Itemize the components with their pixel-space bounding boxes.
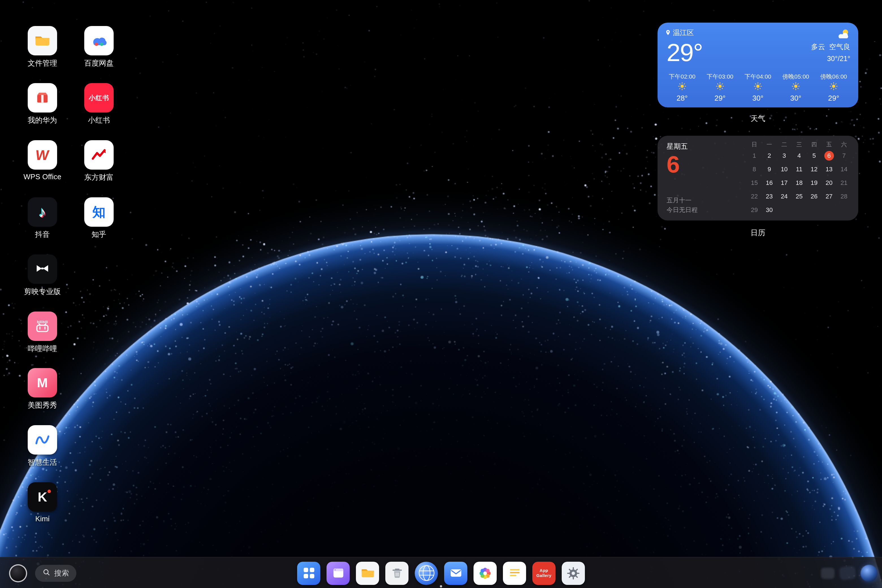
ai-life-icon [28,425,57,454]
search-label: 搜索 [54,568,69,578]
calendar-date: 17 [781,179,788,186]
desktop-app-baidu-netdisk[interactable]: 百度网盘 [69,26,128,68]
calendar-date: 26 [811,193,818,200]
forecast-time: 下午03:00 [707,73,734,81]
assistant-icon [9,564,27,582]
dock-icon-appgallery[interactable]: AppGallery [532,561,555,585]
weather-current-temp: 29° [667,39,702,67]
app-label: 剪映专业版 [24,286,61,297]
forecast-time: 下午04:00 [745,73,771,81]
search-icon [42,568,50,578]
sun-icon [716,82,724,93]
dock-icon-gallery[interactable] [474,561,497,585]
weather-summary: 多云空气良 30°/21° [811,41,850,65]
dock-icon-trash[interactable] [385,561,408,585]
zhihu-icon: 知 [84,197,114,227]
forecast-column: 下午03:0029° [701,73,739,102]
app-label: 美图秀秀 [28,400,57,411]
calendar-date: 12 [811,166,818,172]
calendar-grid: 日一二三四五六123456789101112131415161718192021… [747,140,852,216]
calendar-day-header: 三 [796,141,802,148]
meitu-icon: M [28,368,57,398]
forecast-column: 傍晚05:0030° [777,73,815,102]
calendar-date: 30 [766,206,773,213]
desktop-app-bilibili[interactable]: bilibili哔哩哔哩 [13,312,72,354]
dock-icon-notes[interactable] [503,561,526,585]
desktop-app-meitu[interactable]: M美图秀秀 [13,368,72,411]
calendar-date: 22 [751,193,758,200]
my-huawei-icon [28,83,57,112]
app-label: Kimi [35,514,50,523]
calendar-date: 13 [825,166,832,172]
sun-icon [792,82,800,93]
desktop-app-capcut[interactable]: 剪映专业版 [13,254,72,297]
app-label: 我的华为 [28,116,57,126]
xiaohongshu-icon: 小红书 [84,83,114,112]
wps-office-icon: W [28,140,57,170]
weather-widget[interactable]: 温江区 29° 多云空气良 30°/21° 下午02:0028°下午03:002… [657,22,858,107]
page-indicator [440,585,442,587]
wallpaper-thumbnail-icon[interactable] [861,564,878,582]
file-manager-icon [28,26,57,56]
appgallery-label: AppGallery [536,568,552,578]
forecast-temp: 30° [790,94,801,102]
calendar-date: 23 [766,193,773,200]
desktop-app-xiaohongshu[interactable]: 小红书小红书 [69,83,128,126]
desktop-app-eastmoney[interactable]: 东方财富 [69,140,128,183]
dock: 搜索 AppGallery [0,557,882,588]
desktop-app-my-huawei[interactable]: 我的华为 [13,83,72,126]
calendar-date: 9 [768,166,771,172]
assistant-button[interactable] [9,564,27,582]
dock-app-row: AppGallery [297,561,585,585]
calendar-lunar-date: 五月十一 [667,196,698,205]
forecast-column: 傍晚06:0029° [815,73,853,102]
dock-icon-window-app[interactable] [327,561,350,585]
forecast-temp: 28° [676,94,687,102]
calendar-date: 19 [811,179,818,186]
calendar-date: 10 [781,166,788,172]
weather-condition: 多云 [811,43,825,51]
desktop-app-douyin[interactable]: ♪抖音 [13,197,72,240]
calendar-date: 6 [824,151,834,160]
calendar-day-header: 日 [752,141,757,148]
desktop-app-wps-office[interactable]: WWPS Office [13,140,72,181]
desktop-app-ai-life[interactable]: 智慧生活 [13,425,72,468]
dock-icon-settings[interactable] [562,561,585,585]
sun-icon [678,82,686,93]
dock-icon-browser[interactable] [415,561,438,585]
dock-icon-launcher[interactable] [297,561,320,585]
sun-icon [830,82,838,93]
calendar-date: 28 [840,193,848,200]
desktop-app-file-manager[interactable]: 文件管理 [13,26,72,68]
calendar-today-badge: 6 [824,151,834,160]
calendar-date: 15 [751,179,758,186]
calendar-date: 27 [825,193,832,200]
app-label: 百度网盘 [84,58,114,68]
dock-icon-files[interactable] [356,561,379,585]
calendar-date: 1 [753,152,756,159]
dock-search[interactable]: 搜索 [35,564,76,582]
calendar-date: 14 [840,166,848,172]
capcut-icon [28,254,57,284]
desktop: 文件管理百度网盘我的华为小红书小红书WWPS Office东方财富♪抖音知知乎剪… [0,0,882,588]
calendar-schedule: 今日无日程 [667,205,698,215]
forecast-time: 傍晚06:00 [820,73,847,81]
desktop-app-kimi[interactable]: KKimi [13,482,72,523]
weather-forecast-row: 下午02:0028°下午03:0029°下午04:0030°傍晚05:0030°… [663,73,853,102]
forecast-temp: 29° [828,94,839,102]
calendar-widget-label: 日历 [657,228,858,238]
forecast-temp: 29° [714,94,725,102]
desktop-app-zhihu[interactable]: 知知乎 [69,197,128,240]
weather-air-quality: 空气良 [829,43,850,51]
app-label: 小红书 [88,116,110,126]
baidu-netdisk-icon [84,26,114,56]
bilibili-icon: bilibili [28,312,57,341]
calendar-date: 8 [753,166,756,172]
calendar-day-header: 五 [826,141,832,148]
douyin-icon: ♪ [28,197,57,227]
calendar-widget[interactable]: 星期五 6 五月十一 今日无日程 日一二三四五六1234567891011121… [657,136,858,220]
calendar-date: 11 [796,166,802,172]
app-label: 哔哩哔哩 [28,344,57,354]
calendar-date: 7 [842,152,846,159]
dock-icon-email[interactable] [444,561,467,585]
